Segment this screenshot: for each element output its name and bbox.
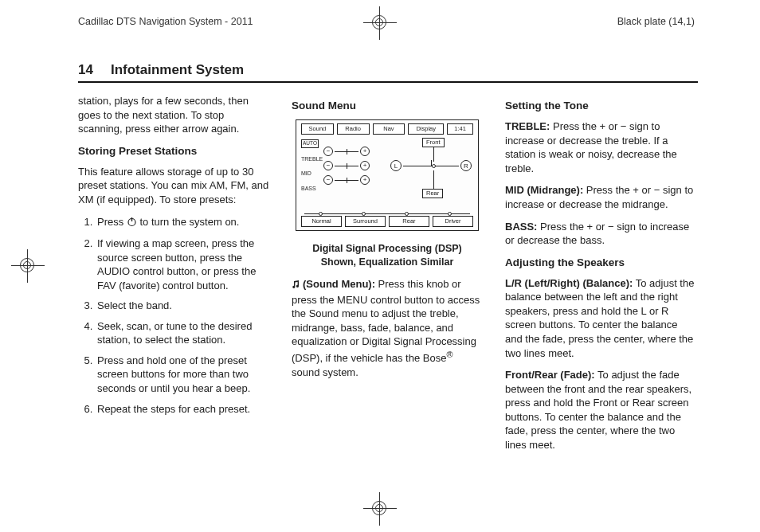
diagram-caption: Digital Signal Processing (DSP) Shown, E… <box>292 242 483 269</box>
registration-mark-left <box>11 249 45 283</box>
preset-steps: Press to turn the system on. If viewing … <box>78 215 269 417</box>
diagram-center-dot <box>432 164 436 168</box>
caption-line-1: Digital Signal Processing (DSP) <box>312 243 462 254</box>
power-icon <box>127 217 137 231</box>
sound-menu-diagram: Sound Radio Nav Display 1:41 AUTO TREBLE… <box>296 119 479 231</box>
diagram-tab-display: Display <box>408 123 444 135</box>
step-1-post: to turn the system on. <box>137 216 240 228</box>
diagram-slider-mid: −+ <box>323 161 370 170</box>
diagram-tab-nav: Nav <box>373 123 405 135</box>
music-note-icon <box>292 279 301 293</box>
diagram-bottom-normal: Normal <box>301 216 342 227</box>
treble-paragraph: TREBLE: Press the + or − sign to increas… <box>505 119 696 175</box>
heading-adjusting-speakers: Adjusting the Speakers <box>505 256 696 270</box>
balance-body: To adjust the balance between the left a… <box>505 277 694 359</box>
sound-menu-paragraph: (Sound Menu): Press this knob or press t… <box>292 277 483 379</box>
bass-paragraph: BASS: Press the + or − sign to increase … <box>505 220 696 248</box>
plate-label: Black plate (14,1) <box>617 16 695 27</box>
step-6: Repeat the steps for each preset. <box>96 402 269 417</box>
diagram-fade-line-top <box>433 147 434 162</box>
diagram-slider-treble: −+ <box>323 147 370 156</box>
diagram-tab-radio: Radio <box>337 123 370 135</box>
bass-label: BASS: <box>505 221 537 233</box>
storing-intro: This feature allows storage of up to 30 … <box>78 165 269 207</box>
diagram-slider-bass: −+ <box>323 175 370 185</box>
caption-line-2: Shown, Equalization Similar <box>321 256 454 268</box>
diagram-bottom-line <box>304 213 470 214</box>
intro-paragraph: station, plays for a few seconds, then g… <box>78 94 269 136</box>
balance-paragraph: L/R (Left/Right) (Balance): To adjust th… <box>505 276 696 360</box>
step-3: Select the band. <box>96 299 269 313</box>
diagram-r-button: R <box>460 160 472 171</box>
diagram-rear-button: Rear <box>422 189 443 198</box>
sound-menu-label: (Sound Menu): <box>303 278 375 290</box>
diagram-lr-line <box>403 166 459 166</box>
column-2: Sound Menu Sound Radio Nav Display 1:41 … <box>292 94 483 460</box>
heading-sound-menu: Sound Menu <box>292 99 483 113</box>
step-1-pre: Press <box>97 216 127 228</box>
registration-mark-bottom <box>363 492 397 526</box>
mid-label: MID (Midrange): <box>505 184 583 196</box>
heading-setting-tone: Setting the Tone <box>505 99 696 113</box>
fade-paragraph: Front/Rear (Fade): To adjust the fade be… <box>505 368 696 452</box>
sound-menu-tail: sound system. <box>292 366 358 378</box>
section-title: Infotainment System <box>111 62 244 78</box>
diagram-bottom-rear: Rear <box>389 216 429 227</box>
diagram-label-treble: TREBLE <box>301 155 323 162</box>
doc-title: Cadillac DTS Navigation System - 2011 <box>78 16 253 27</box>
heading-storing-presets: Storing Preset Stations <box>78 144 269 158</box>
diagram-tab-sound: Sound <box>301 123 334 135</box>
treble-label: TREBLE: <box>505 120 550 132</box>
fade-body: To adjust the fade between the front and… <box>505 369 691 451</box>
diagram-label-bass: BASS <box>301 185 323 192</box>
step-2: If viewing a map screen, press the sourc… <box>96 237 269 292</box>
diagram-l-button: L <box>390 160 402 171</box>
mid-paragraph: MID (Midrange): Press the + or − sign to… <box>505 183 696 211</box>
diagram-label-auto: AUTO <box>301 139 319 148</box>
column-1: station, plays for a few seconds, then g… <box>78 94 269 460</box>
step-4: Seek, scan, or tune to the desired stati… <box>96 319 269 347</box>
step-5: Press and hold one of the preset screen … <box>96 354 269 396</box>
section-header: 14 Infotainment System <box>78 62 698 83</box>
registered-mark: ® <box>446 350 452 359</box>
diagram-tab-time: 1:41 <box>447 123 473 135</box>
page-number: 14 <box>78 62 93 78</box>
diagram-bottom-surround: Surround <box>345 216 386 227</box>
diagram-bottom-driver: Driver <box>433 216 473 227</box>
column-3: Setting the Tone TREBLE: Press the + or … <box>505 94 696 460</box>
step-1: Press to turn the system on. <box>96 215 269 231</box>
balance-label: L/R (Left/Right) (Balance): <box>505 277 633 289</box>
fade-label: Front/Rear (Fade): <box>505 369 595 381</box>
top-header: Cadillac DTS Navigation System - 2011 Bl… <box>78 16 695 27</box>
diagram-label-mid: MID <box>301 170 323 177</box>
diagram-fade-line-bot <box>433 170 434 189</box>
